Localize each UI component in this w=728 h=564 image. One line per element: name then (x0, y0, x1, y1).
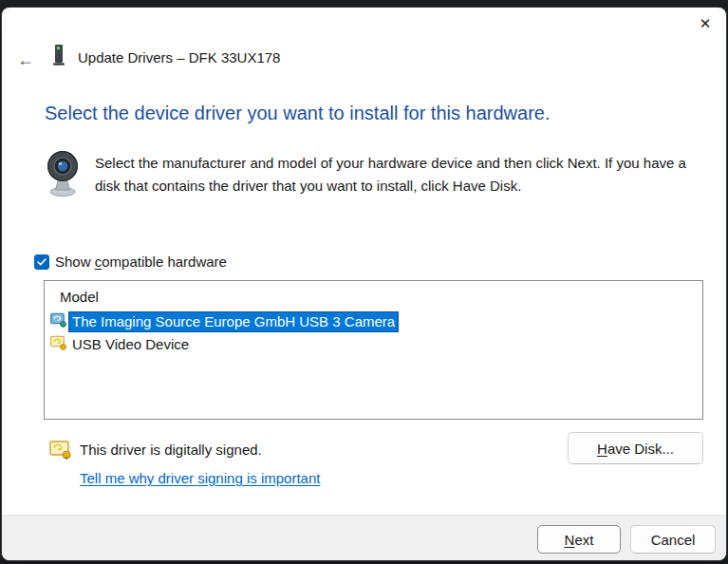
device-tower-icon (52, 44, 65, 70)
checkbox-checked-icon (34, 254, 49, 270)
update-drivers-dialog: ✕ ← Update Drivers – DFK 33UX178 Select … (2, 8, 726, 560)
checkbox-label: Show compatible hardware (55, 254, 227, 270)
wizard-title: Update Drivers – DFK 33UX178 (78, 49, 280, 66)
webcam-icon (44, 148, 82, 201)
show-compatible-hardware-checkbox[interactable]: Show compatible hardware (34, 254, 227, 270)
cancel-button[interactable]: Cancel (630, 525, 716, 554)
driver-device-icon-blue (50, 312, 66, 331)
have-disk-button[interactable]: Have Disk... (568, 432, 703, 464)
back-arrow-icon: ← (17, 50, 34, 70)
list-item-usb-video-device[interactable]: USB Video Device (45, 333, 702, 356)
page-heading: Select the device driver you want to ins… (45, 103, 550, 124)
instruction-line-1: Select the manufacturer and model of you… (95, 152, 712, 175)
driver-signing-info-link[interactable]: Tell me why driver signing is important (80, 470, 320, 486)
digitally-signed-status: This driver is digitally signed. (80, 442, 262, 458)
close-button[interactable]: ✕ (690, 9, 720, 38)
next-button[interactable]: Next (537, 525, 621, 554)
model-listbox[interactable]: Model The Imaging Source Europe GmbH USB… (44, 280, 703, 420)
close-icon: ✕ (700, 15, 712, 32)
model-column-header: Model (45, 281, 702, 310)
driver-device-icon-yellow (50, 335, 66, 354)
list-item-label: The Imaging Source Europe GmbH USB 3 Cam… (68, 311, 399, 332)
instruction-line-2: disk that contains the driver that you w… (95, 175, 712, 197)
digital-signature-certificate-icon (49, 440, 72, 464)
list-item-label: USB Video Device (68, 335, 193, 354)
back-button[interactable]: ← (11, 46, 40, 74)
instruction-text: Select the manufacturer and model of you… (95, 152, 712, 197)
list-item-imaging-source-camera[interactable]: The Imaging Source Europe GmbH USB 3 Cam… (45, 310, 702, 333)
